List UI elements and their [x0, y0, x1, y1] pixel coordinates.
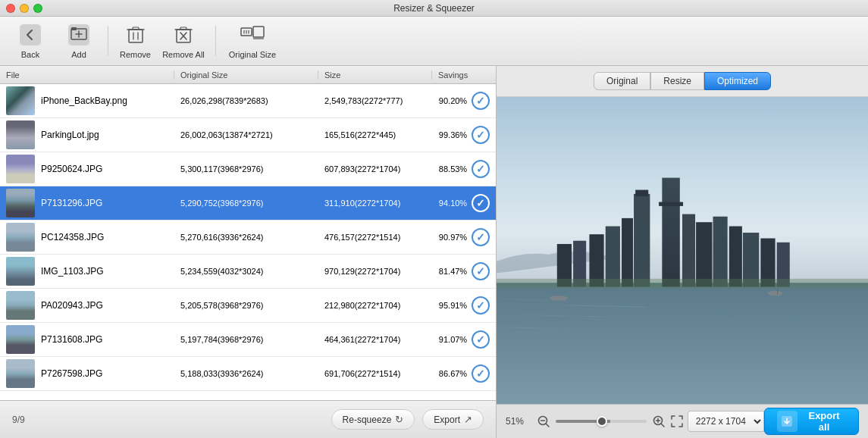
file-size: 2,549,783(2272*777): [318, 96, 432, 105]
add-button[interactable]: Add: [56, 20, 102, 62]
status-check: ✓: [472, 194, 490, 212]
svg-rect-47: [497, 279, 868, 289]
export-all-button[interactable]: Export all: [764, 408, 859, 435]
remove-group: Remove Remove All: [114, 20, 209, 62]
close-button[interactable]: [6, 4, 15, 13]
file-name-cell: P9250624.JPG: [0, 155, 174, 183]
file-size: 165,516(2272*445): [318, 130, 432, 139]
remove-button[interactable]: Remove: [114, 20, 156, 62]
svg-rect-34: [635, 190, 648, 197]
status-check: ✓: [472, 296, 490, 314]
file-original-size: 5,234,559(4032*3024): [174, 267, 318, 276]
tab-original[interactable]: Original: [594, 72, 650, 90]
original-size-label: Original Size: [229, 50, 276, 59]
file-status-cell: 90.20% ✓: [432, 92, 496, 110]
svg-rect-32: [659, 202, 683, 206]
file-name: P7131608.JPG: [41, 334, 102, 345]
file-name: iPhone_BackBay.png: [41, 95, 127, 106]
col-savings: Savings: [432, 70, 497, 80]
file-name-cell: P7267598.JPG: [0, 359, 174, 388]
table-row[interactable]: iPhone_BackBay.png 26,026,298(7839*2683)…: [0, 84, 496, 118]
tab-optimized[interactable]: Optimized: [704, 72, 771, 90]
file-thumbnail: [6, 359, 35, 388]
svg-rect-17: [253, 27, 264, 37]
svg-rect-33: [634, 194, 650, 287]
zoom-in-button[interactable]: [651, 414, 666, 429]
file-size: 212,980(2272*1704): [318, 301, 432, 310]
table-row[interactable]: PC124358.JPG 5,270,616(3936*2624) 476,15…: [0, 221, 496, 255]
file-thumbnail: [6, 291, 35, 320]
file-size: 607,893(2272*1704): [318, 164, 432, 174]
table-row[interactable]: P7131608.JPG 5,197,784(3968*2976) 464,36…: [0, 323, 496, 357]
table-row[interactable]: P7131296.JPG 5,290,752(3968*2976) 311,91…: [0, 186, 496, 221]
file-status-cell: 99.36% ✓: [432, 126, 496, 144]
minimize-button[interactable]: [20, 4, 29, 13]
svg-rect-35: [606, 227, 620, 287]
maximize-button[interactable]: [33, 4, 42, 13]
back-button[interactable]: Back: [8, 20, 53, 62]
file-name-cell: ParkingLot.jpg: [0, 120, 174, 149]
svg-rect-39: [713, 217, 728, 287]
status-check: ✓: [472, 262, 490, 280]
status-check: ✓: [472, 364, 490, 383]
status-check: ✓: [472, 92, 490, 110]
file-original-size: 5,197,784(3968*2976): [174, 335, 318, 344]
file-thumbnail: [6, 120, 35, 149]
export-icon: ↗: [464, 414, 472, 425]
zoom-percent: 51%: [506, 416, 536, 427]
file-status-cell: 88.53% ✓: [432, 160, 496, 178]
file-status-cell: 86.67% ✓: [432, 364, 496, 383]
add-icon: [67, 23, 91, 47]
app-title: Resizer & Squeezer: [393, 3, 475, 14]
file-original-size: 5,290,752(3968*2976): [174, 199, 318, 208]
status-check: ✓: [472, 228, 490, 246]
table-row[interactable]: ParkingLot.jpg 26,002,063(13874*2721) 16…: [0, 118, 496, 152]
file-original-size: 5,270,616(3936*2624): [174, 233, 318, 242]
toolbar-separator-2: [215, 26, 216, 56]
svg-rect-43: [729, 227, 742, 287]
file-name: IMG_1103.JPG: [41, 266, 104, 277]
savings-value: 91.07%: [439, 335, 467, 344]
table-row[interactable]: P9250624.JPG 5,300,117(3968*2976) 607,89…: [0, 152, 496, 186]
file-name: P7267598.JPG: [41, 368, 102, 379]
svg-rect-0: [20, 24, 41, 45]
file-status-cell: 91.07% ✓: [432, 330, 496, 349]
original-size-icon: [240, 23, 265, 47]
svg-line-50: [546, 424, 549, 427]
file-thumbnail: [6, 189, 35, 217]
table-row[interactable]: IMG_1103.JPG 5,234,559(4032*3024) 970,12…: [0, 255, 496, 289]
table-row[interactable]: PA020943.JPG 5,205,578(3968*2976) 212,98…: [0, 289, 496, 323]
status-check: ✓: [472, 160, 490, 178]
file-name-cell: P7131296.JPG: [0, 189, 174, 217]
original-size-button[interactable]: Original Size: [222, 20, 283, 62]
col-file: File: [0, 70, 174, 80]
table-row[interactable]: P7267598.JPG 5,188,033(3936*2624) 691,70…: [0, 357, 496, 391]
file-list[interactable]: iPhone_BackBay.png 26,026,298(7839*2683)…: [0, 84, 496, 400]
svg-rect-38: [696, 222, 712, 286]
svg-rect-8: [133, 27, 139, 30]
file-name: ParkingLot.jpg: [41, 130, 99, 140]
zoom-out-button[interactable]: [536, 414, 551, 429]
file-name: PC124358.JPG: [41, 232, 104, 242]
file-size: 464,361(2272*1704): [318, 335, 432, 344]
zoom-slider[interactable]: [556, 420, 647, 423]
file-original-size: 5,300,117(3968*2976): [174, 164, 318, 174]
file-size: 476,157(2272*1514): [318, 233, 432, 242]
savings-value: 99.36%: [439, 130, 467, 139]
back-icon: [18, 23, 42, 47]
export-button[interactable]: Export ↗: [422, 409, 484, 430]
preview-bottom: 51%: [497, 404, 868, 438]
tab-resize[interactable]: Resize: [650, 72, 704, 90]
dimension-select[interactable]: 2272 x 1704: [688, 411, 764, 432]
resqueeze-label: Re-squeeze: [343, 415, 392, 425]
toolbar-separator: [108, 26, 108, 56]
svg-rect-13: [180, 27, 186, 30]
file-size: 311,910(2272*1704): [318, 199, 432, 208]
fullscreen-button[interactable]: [666, 411, 688, 432]
file-name-cell: IMG_1103.JPG: [0, 257, 174, 286]
remove-all-button[interactable]: Remove All: [158, 20, 209, 62]
resqueeze-button[interactable]: Re-squeeze ↻: [331, 409, 415, 430]
file-original-size: 26,002,063(13874*2721): [174, 130, 318, 139]
svg-rect-37: [682, 214, 695, 287]
main-content: File Original Size Size Savings iPhone_B…: [0, 66, 868, 438]
